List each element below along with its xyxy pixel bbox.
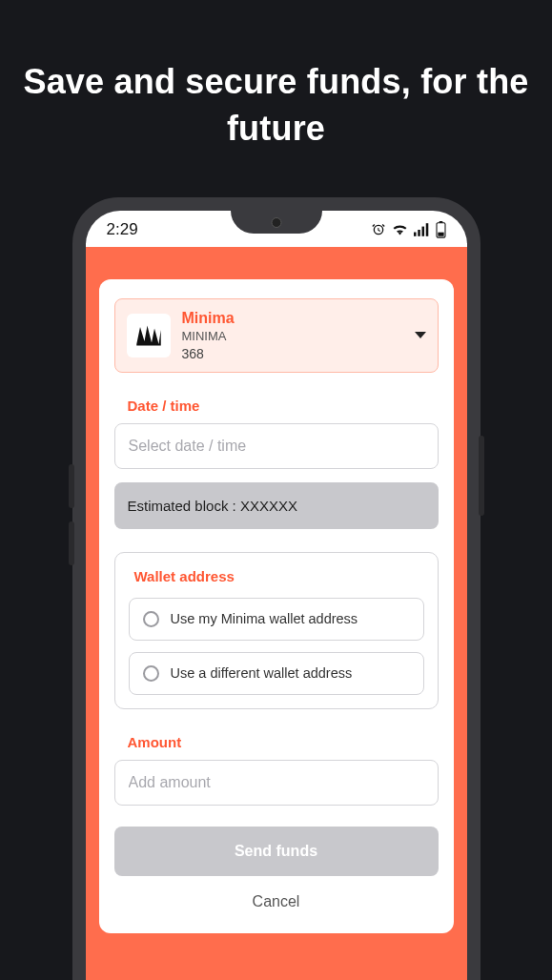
phone-power-button bbox=[479, 436, 484, 516]
wallet-option-label: Use a different wallet address bbox=[171, 665, 353, 681]
date-time-input[interactable] bbox=[114, 423, 439, 469]
wallet-label: Wallet address bbox=[134, 568, 424, 584]
wifi-icon bbox=[392, 223, 408, 236]
radio-icon bbox=[143, 611, 159, 627]
amount-label: Amount bbox=[128, 734, 439, 750]
form-card: Minima MINIMA 368 Date / time Estimated … bbox=[99, 279, 454, 933]
alarm-icon bbox=[371, 222, 386, 237]
phone-volume-up bbox=[69, 464, 74, 508]
signal-icon bbox=[414, 223, 430, 236]
date-label: Date / time bbox=[128, 398, 439, 414]
status-time: 2:29 bbox=[107, 220, 138, 239]
estimated-block-display: Estimated block : XXXXXX bbox=[114, 482, 439, 529]
app-background: Minima MINIMA 368 Date / time Estimated … bbox=[86, 247, 467, 980]
send-funds-button[interactable]: Send funds bbox=[114, 827, 439, 876]
svg-rect-0 bbox=[414, 233, 417, 236]
phone-volume-down bbox=[69, 521, 74, 565]
amount-input[interactable] bbox=[114, 760, 439, 806]
phone-frame: 2:29 bbox=[72, 197, 480, 980]
cancel-button[interactable]: Cancel bbox=[114, 876, 439, 914]
phone-screen: 2:29 bbox=[86, 211, 467, 980]
token-symbol: MINIMA bbox=[182, 329, 403, 345]
page-headline: Save and secure funds, for the future bbox=[0, 0, 552, 152]
battery-icon bbox=[436, 221, 446, 238]
minima-logo-icon bbox=[127, 314, 171, 357]
status-icons bbox=[371, 221, 446, 238]
token-selector[interactable]: Minima MINIMA 368 bbox=[114, 298, 439, 373]
wallet-option-other[interactable]: Use a different wallet address bbox=[129, 652, 424, 695]
phone-notch bbox=[231, 211, 322, 234]
chevron-down-icon bbox=[415, 332, 426, 338]
token-name: Minima bbox=[182, 309, 403, 329]
wallet-option-label: Use my Minima wallet address bbox=[171, 611, 358, 626]
svg-rect-2 bbox=[421, 227, 424, 236]
token-info: Minima MINIMA 368 bbox=[182, 309, 403, 362]
radio-icon bbox=[143, 665, 159, 682]
svg-rect-3 bbox=[425, 223, 428, 236]
token-balance: 368 bbox=[182, 345, 403, 362]
wallet-option-own[interactable]: Use my Minima wallet address bbox=[129, 598, 424, 641]
svg-rect-1 bbox=[418, 230, 420, 236]
wallet-address-section: Wallet address Use my Minima wallet addr… bbox=[114, 552, 439, 709]
svg-rect-6 bbox=[438, 233, 443, 236]
